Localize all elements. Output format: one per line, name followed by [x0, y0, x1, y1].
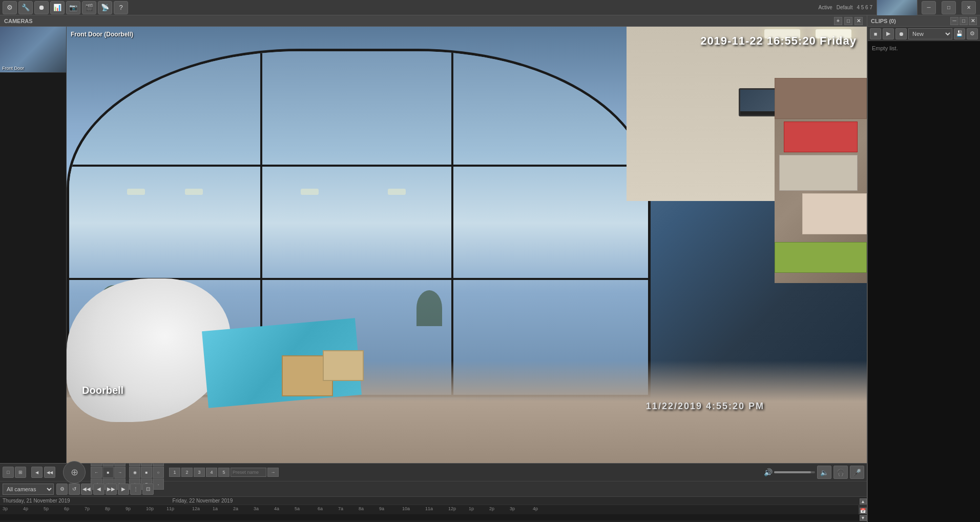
hour-4p: 4p — [23, 506, 28, 511]
shelves-area — [775, 78, 867, 283]
preset-btn-1[interactable]: 1 — [169, 468, 180, 477]
camera-button[interactable]: 📷 — [66, 1, 80, 14]
hour-10p: 10p — [146, 506, 154, 511]
hour-3a: 3a — [254, 506, 259, 511]
pb-forward-button[interactable]: ▶▶ — [106, 484, 117, 495]
hour-8a: 8a — [359, 506, 364, 511]
timeline-back-button[interactable]: ◀◀ — [44, 467, 55, 478]
hour-8p: 8p — [105, 506, 110, 511]
pb-back-button[interactable]: ◀◀ — [81, 484, 92, 495]
iris-close[interactable]: ○ — [153, 467, 164, 478]
stats-button[interactable]: 📊 — [50, 1, 65, 14]
timeline-scroll-down[interactable]: ▼ — [860, 515, 867, 521]
minimize-button[interactable]: ─ — [922, 1, 936, 14]
ptz-center-button[interactable]: ⊕ — [63, 461, 86, 484]
volume-icon: 🔊 — [764, 468, 773, 476]
preset-btn-2[interactable]: 2 — [181, 468, 193, 477]
zoom-stop[interactable]: ■ — [141, 467, 152, 478]
cameras-area: CAMERAS + □ ✕ Front Door — [0, 15, 867, 522]
settings-button[interactable]: ⚙ — [3, 1, 17, 14]
clips-close-button[interactable]: ✕ — [969, 17, 977, 25]
volume-control: 🔊 — [764, 468, 815, 476]
hour-2p: 2p — [489, 506, 494, 511]
help-button[interactable]: ? — [114, 1, 128, 14]
camera-select[interactable]: All cameras Front Door Back Yard Garage — [3, 484, 54, 495]
hour-10a: 10a — [402, 506, 410, 511]
record-button[interactable]: ⏺ — [34, 1, 49, 14]
timeline-date-left: Thursday, 21 November 2019 — [3, 498, 70, 504]
clips-content: Empty list. — [868, 41, 980, 522]
preset-btn-5[interactable]: 5 — [218, 468, 230, 477]
timeline-hours: 3p 4p 5p 6p 7p 8p 9p 10p 11p 12a 1a 2a 3… — [0, 505, 867, 514]
hour-11a: 11a — [425, 506, 433, 511]
iris-open[interactable]: ◉ — [129, 467, 140, 478]
preset-input[interactable] — [231, 468, 266, 477]
controls-row1: □ ⊞ ◀ ◀◀ ⊕ ↖ ↑ ↗ ← — [0, 464, 867, 481]
clips-save-button[interactable]: 💾 — [954, 28, 965, 39]
hour-1p: 1p — [469, 506, 474, 511]
pb-settings-button[interactable]: ⚙ — [56, 484, 68, 495]
window-numbers: 4 5 6 7 — [857, 5, 872, 10]
config-button[interactable]: 🔧 — [18, 1, 33, 14]
clips-header: CLIPS (0) ─ □ ✕ — [868, 15, 980, 27]
timeline-date-row: Thursday, 21 November 2019 Friday, 22 No… — [0, 497, 867, 505]
close-app-button[interactable]: ✕ — [962, 1, 976, 14]
add-camera-button[interactable]: + — [834, 17, 842, 25]
preset-btn-4[interactable]: 4 — [206, 468, 217, 477]
hour-12p: 12p — [448, 506, 456, 511]
timeline-date-right: Friday, 22 November 2019 — [173, 498, 233, 504]
clips-empty-text: Empty list. — [872, 45, 898, 51]
clips-restore-button[interactable]: □ — [960, 17, 968, 25]
pb-more-button[interactable]: ⋮ — [130, 484, 141, 495]
hour-9p: 9p — [126, 506, 131, 511]
hour-6a: 6a — [318, 506, 323, 511]
ptz-right[interactable]: → — [114, 467, 126, 478]
ptz-left[interactable]: ← — [91, 467, 102, 478]
maximize-button[interactable]: □ — [942, 1, 956, 14]
hour-7p: 7p — [85, 506, 90, 511]
volume-slider[interactable] — [774, 471, 815, 473]
hour-11p: 11p — [166, 506, 174, 511]
hour-12a: 12a — [192, 506, 200, 511]
network-button[interactable]: 📡 — [98, 1, 112, 14]
clips-new-select[interactable]: New — [908, 28, 952, 39]
camera-list-sidebar: Front Door — [0, 27, 67, 463]
hour-6p: 6p — [64, 506, 69, 511]
clips-count: (0) — [889, 18, 895, 24]
pb-extra-button[interactable]: ⊡ — [142, 484, 154, 495]
clips-toolbar: ■ ▶ ⏺ New 💾 ⚙ — [868, 27, 980, 41]
microphone-button[interactable]: 🎤 — [850, 466, 864, 479]
hour-3p2: 3p — [510, 506, 515, 511]
clips-minimize-button[interactable]: ─ — [950, 17, 958, 25]
camera-thumbnail[interactable]: Front Door — [0, 27, 66, 73]
timeline-scroll-up[interactable]: ▲ — [860, 498, 867, 505]
headphone-button[interactable]: 🎧 — [833, 466, 848, 479]
pb-refresh-button[interactable]: ↺ — [69, 484, 80, 495]
ptz-stop[interactable]: ■ — [102, 467, 114, 478]
tv-monitor — [739, 88, 780, 116]
playback-buttons: ⚙ ↺ ◀◀ ◀ ▶▶ ▶ ⋮ ⊡ — [56, 484, 154, 495]
video-button[interactable]: 🎬 — [82, 1, 96, 14]
restore-window-button[interactable]: □ — [844, 17, 852, 25]
camera-feed[interactable]: Front Door (Doorbell) 2019-11-22 16:55:2… — [67, 27, 867, 463]
pb-prev-button[interactable]: ◀ — [93, 484, 105, 495]
clips-title: CLIPS — [871, 18, 887, 24]
timeline-left-button[interactable]: ◀ — [31, 467, 43, 478]
view-grid-button[interactable]: ⊞ — [15, 467, 26, 478]
clips-settings-button[interactable]: ⚙ — [967, 28, 978, 39]
hour-5p: 5p — [44, 506, 49, 511]
preset-btn-3[interactable]: 3 — [194, 468, 205, 477]
speaker-button[interactable]: 🔈 — [817, 466, 831, 479]
view-single-button[interactable]: □ — [3, 467, 14, 478]
pb-live-button[interactable]: ▶ — [118, 484, 129, 495]
clips-add-button[interactable]: ■ — [870, 28, 881, 39]
clips-play-button[interactable]: ▶ — [883, 28, 894, 39]
top-toolbar: ⚙ 🔧 ⏺ 📊 📷 🎬 📡 ? Active Default 4 5 6 7 ─… — [0, 0, 980, 15]
preset-goto[interactable]: → — [267, 468, 279, 477]
active-label: Active — [818, 5, 832, 10]
hour-5a: 5a — [295, 506, 300, 511]
close-cameras-button[interactable]: ✕ — [854, 17, 863, 25]
preset-bar: 1 2 3 4 5 → — [169, 468, 279, 477]
timeline-calendar-button[interactable]: 📅 — [860, 508, 867, 514]
clips-record-button[interactable]: ⏺ — [895, 28, 907, 39]
